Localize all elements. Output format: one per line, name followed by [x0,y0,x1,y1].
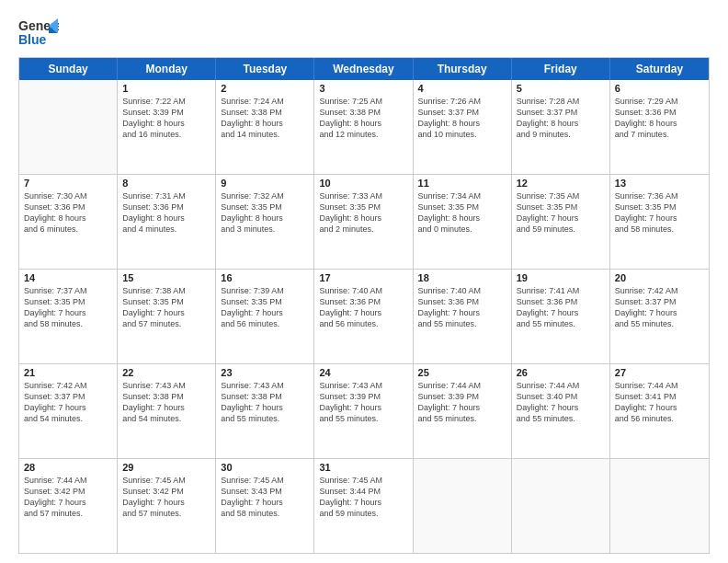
calendar-row-2: 7Sunrise: 7:30 AM Sunset: 3:36 PM Daylig… [19,174,709,269]
svg-text:Blue: Blue [18,32,47,47]
day-number: 23 [221,367,309,378]
day-number: 8 [122,178,210,189]
empty-cell [512,459,610,553]
day-number: 25 [418,367,506,378]
calendar-row-1: 1Sunrise: 7:22 AM Sunset: 3:39 PM Daylig… [19,80,709,174]
day-cell-2: 2Sunrise: 7:24 AM Sunset: 3:38 PM Daylig… [216,80,314,174]
day-cell-30: 30Sunrise: 7:45 AM Sunset: 3:43 PM Dayli… [216,459,314,553]
header-day-wednesday: Wednesday [314,58,413,80]
day-text: Sunrise: 7:43 AM Sunset: 3:39 PM Dayligh… [319,380,407,425]
day-text: Sunrise: 7:38 AM Sunset: 3:35 PM Dayligh… [122,285,210,330]
header-day-saturday: Saturday [610,58,709,80]
day-text: Sunrise: 7:36 AM Sunset: 3:35 PM Dayligh… [615,190,704,236]
day-cell-9: 9Sunrise: 7:32 AM Sunset: 3:35 PM Daylig… [216,175,314,269]
day-cell-14: 14Sunrise: 7:37 AM Sunset: 3:35 PM Dayli… [19,270,118,363]
day-cell-7: 7Sunrise: 7:30 AM Sunset: 3:36 PM Daylig… [19,175,118,269]
day-cell-27: 27Sunrise: 7:44 AM Sunset: 3:41 PM Dayli… [610,364,709,458]
day-cell-12: 12Sunrise: 7:35 AM Sunset: 3:35 PM Dayli… [512,175,610,269]
day-text: Sunrise: 7:41 AM Sunset: 3:36 PM Dayligh… [517,285,605,330]
day-number: 11 [418,178,506,189]
day-cell-4: 4Sunrise: 7:26 AM Sunset: 3:37 PM Daylig… [414,80,512,174]
day-cell-19: 19Sunrise: 7:41 AM Sunset: 3:36 PM Dayli… [512,270,610,363]
day-cell-25: 25Sunrise: 7:44 AM Sunset: 3:39 PM Dayli… [414,364,512,458]
day-cell-1: 1Sunrise: 7:22 AM Sunset: 3:39 PM Daylig… [118,80,216,174]
day-text: Sunrise: 7:33 AM Sunset: 3:35 PM Dayligh… [319,190,407,236]
day-text: Sunrise: 7:42 AM Sunset: 3:37 PM Dayligh… [615,285,704,330]
empty-cell [19,80,118,174]
day-text: Sunrise: 7:30 AM Sunset: 3:36 PM Dayligh… [24,190,112,236]
day-cell-16: 16Sunrise: 7:39 AM Sunset: 3:35 PM Dayli… [216,270,314,363]
day-text: Sunrise: 7:44 AM Sunset: 3:40 PM Dayligh… [517,380,605,425]
day-text: Sunrise: 7:28 AM Sunset: 3:37 PM Dayligh… [517,96,605,141]
day-cell-10: 10Sunrise: 7:33 AM Sunset: 3:35 PM Dayli… [314,175,413,269]
day-cell-3: 3Sunrise: 7:25 AM Sunset: 3:38 PM Daylig… [314,80,413,174]
header-day-friday: Friday [512,58,610,80]
calendar: SundayMondayTuesdayWednesdayThursdayFrid… [18,57,710,554]
header-day-tuesday: Tuesday [216,58,314,80]
day-number: 6 [615,83,704,94]
day-cell-22: 22Sunrise: 7:43 AM Sunset: 3:38 PM Dayli… [118,364,216,458]
day-number: 15 [122,272,210,283]
day-number: 24 [319,367,407,378]
page-header: GeneralBlue [18,17,710,50]
day-number: 5 [517,83,605,94]
day-number: 31 [319,462,407,473]
day-number: 9 [221,178,309,189]
day-cell-5: 5Sunrise: 7:28 AM Sunset: 3:37 PM Daylig… [512,80,610,174]
day-text: Sunrise: 7:43 AM Sunset: 3:38 PM Dayligh… [221,380,309,425]
day-text: Sunrise: 7:25 AM Sunset: 3:38 PM Dayligh… [319,96,407,141]
day-text: Sunrise: 7:35 AM Sunset: 3:35 PM Dayligh… [517,190,605,236]
day-cell-17: 17Sunrise: 7:40 AM Sunset: 3:36 PM Dayli… [314,270,413,363]
day-text: Sunrise: 7:44 AM Sunset: 3:42 PM Dayligh… [24,475,112,520]
day-number: 28 [24,462,112,473]
day-text: Sunrise: 7:45 AM Sunset: 3:44 PM Dayligh… [319,475,407,520]
day-number: 10 [319,178,407,189]
day-text: Sunrise: 7:31 AM Sunset: 3:36 PM Dayligh… [122,190,210,236]
day-text: Sunrise: 7:44 AM Sunset: 3:41 PM Dayligh… [615,380,704,425]
day-number: 2 [221,83,309,94]
day-cell-31: 31Sunrise: 7:45 AM Sunset: 3:44 PM Dayli… [314,459,413,553]
day-number: 12 [517,178,605,189]
empty-cell [610,459,709,553]
day-number: 3 [319,83,407,94]
day-cell-28: 28Sunrise: 7:44 AM Sunset: 3:42 PM Dayli… [19,459,118,553]
calendar-row-5: 28Sunrise: 7:44 AM Sunset: 3:42 PM Dayli… [19,458,709,553]
day-number: 16 [221,272,309,283]
day-text: Sunrise: 7:32 AM Sunset: 3:35 PM Dayligh… [221,190,309,236]
day-cell-8: 8Sunrise: 7:31 AM Sunset: 3:36 PM Daylig… [118,175,216,269]
day-number: 30 [221,462,309,473]
day-text: Sunrise: 7:24 AM Sunset: 3:38 PM Dayligh… [221,96,309,141]
day-number: 20 [615,272,704,283]
day-number: 17 [319,272,407,283]
day-cell-18: 18Sunrise: 7:40 AM Sunset: 3:36 PM Dayli… [414,270,512,363]
day-text: Sunrise: 7:26 AM Sunset: 3:37 PM Dayligh… [418,96,506,141]
day-number: 18 [418,272,506,283]
day-cell-26: 26Sunrise: 7:44 AM Sunset: 3:40 PM Dayli… [512,364,610,458]
empty-cell [414,459,512,553]
calendar-body: 1Sunrise: 7:22 AM Sunset: 3:39 PM Daylig… [19,80,709,553]
day-cell-23: 23Sunrise: 7:43 AM Sunset: 3:38 PM Dayli… [216,364,314,458]
day-number: 21 [24,367,112,378]
header-day-thursday: Thursday [414,58,512,80]
calendar-row-4: 21Sunrise: 7:42 AM Sunset: 3:37 PM Dayli… [19,363,709,458]
day-text: Sunrise: 7:42 AM Sunset: 3:37 PM Dayligh… [24,380,112,425]
day-cell-6: 6Sunrise: 7:29 AM Sunset: 3:36 PM Daylig… [610,80,709,174]
header-day-sunday: Sunday [19,58,118,80]
day-text: Sunrise: 7:45 AM Sunset: 3:43 PM Dayligh… [221,475,309,520]
logo: GeneralBlue [18,17,59,50]
day-text: Sunrise: 7:22 AM Sunset: 3:39 PM Dayligh… [122,96,210,141]
day-number: 26 [517,367,605,378]
day-cell-13: 13Sunrise: 7:36 AM Sunset: 3:35 PM Dayli… [610,175,709,269]
day-text: Sunrise: 7:37 AM Sunset: 3:35 PM Dayligh… [24,285,112,330]
day-number: 29 [122,462,210,473]
day-text: Sunrise: 7:44 AM Sunset: 3:39 PM Dayligh… [418,380,506,425]
day-text: Sunrise: 7:40 AM Sunset: 3:36 PM Dayligh… [319,285,407,330]
day-number: 4 [418,83,506,94]
day-number: 19 [517,272,605,283]
day-cell-24: 24Sunrise: 7:43 AM Sunset: 3:39 PM Dayli… [314,364,413,458]
day-cell-11: 11Sunrise: 7:34 AM Sunset: 3:35 PM Dayli… [414,175,512,269]
day-text: Sunrise: 7:34 AM Sunset: 3:35 PM Dayligh… [418,190,506,236]
day-cell-15: 15Sunrise: 7:38 AM Sunset: 3:35 PM Dayli… [118,270,216,363]
calendar-row-3: 14Sunrise: 7:37 AM Sunset: 3:35 PM Dayli… [19,269,709,363]
day-text: Sunrise: 7:29 AM Sunset: 3:36 PM Dayligh… [615,96,704,141]
